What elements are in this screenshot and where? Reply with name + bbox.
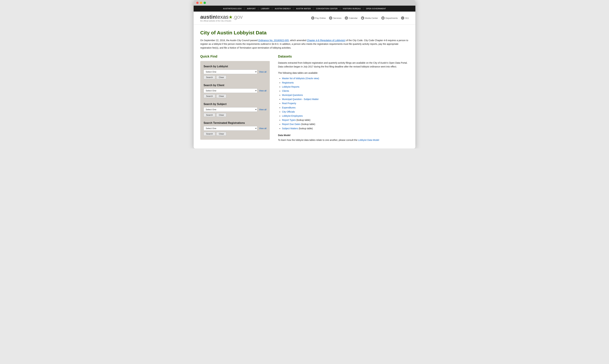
dataset-link-lobbyist-employees[interactable]: Lobbyist Employees	[282, 115, 303, 117]
maximize-button[interactable]	[204, 2, 206, 4]
terminated-clear-btn[interactable]: Clear	[216, 132, 226, 136]
logo-area: austintexas★.gov the official website of…	[200, 14, 243, 22]
header-departments-label: Departments	[386, 17, 398, 19]
subject-search-btn[interactable]: Search	[204, 113, 215, 117]
search-by-subject-section: Search by Subject Select One View all Se…	[204, 103, 266, 117]
dataset-link-subject-matters[interactable]: Subject Matters	[282, 127, 298, 130]
two-col-layout: Quick Find Search by Lobbyist Select One…	[200, 54, 409, 142]
window-chrome	[194, 0, 415, 6]
col-right: Datasets Datasets extracted from lobbyis…	[278, 54, 409, 142]
dataset-link-reports[interactable]: Lobbyist Reports	[282, 85, 299, 88]
minimize-button[interactable]	[200, 2, 202, 4]
browser-window: AUSTINTEXAS.GOV | AIRPORT | LIBRARY | AU…	[194, 0, 415, 148]
departments-icon: ⊞	[381, 16, 385, 20]
lobbyist-clear-btn[interactable]: Clear	[216, 75, 226, 79]
intro-text-1: On September 22, 2016, the Austin City C…	[200, 39, 258, 42]
dataset-link-municipal-subject-matter[interactable]: Municipal Question - Subject Matter	[282, 98, 319, 101]
dataset-link-expenditures[interactable]: Expenditures	[282, 106, 296, 109]
site-header: austintexas★.gov the official website of…	[194, 12, 415, 25]
calendar-icon: ◷	[345, 16, 348, 20]
terminated-view-all[interactable]: View all	[259, 127, 266, 130]
header-calendar[interactable]: ◷ Calendar	[345, 16, 358, 20]
dataset-link-clients[interactable]: Clients	[282, 90, 289, 92]
client-clear-btn[interactable]: Clear	[216, 94, 226, 98]
topnav-austin-water[interactable]: AUSTIN WATER	[294, 8, 313, 10]
topnav-airport[interactable]: AIRPORT	[245, 8, 258, 10]
dataset-link-municipal-questions[interactable]: Municipal Questions	[282, 94, 303, 96]
lobbyist-view-all[interactable]: View all	[259, 71, 266, 73]
intro-text: On September 22, 2016, the Austin City C…	[200, 39, 409, 50]
list-item: Report Types (lookup table)	[282, 118, 409, 122]
search-by-subject-title: Search by Subject	[204, 103, 266, 106]
chapter-link[interactable]: Chapter 4-8 (Regulation of Lobbyists)	[307, 39, 345, 42]
quickfind-title: Quick Find	[200, 54, 270, 58]
data-model-link[interactable]: Lobbyist Data Model	[358, 139, 379, 141]
logo-austin: austin	[200, 14, 216, 20]
datasets-list: Master list of lobbyists (Oracle view) R…	[278, 76, 409, 130]
datasets-title: Datasets	[278, 54, 409, 58]
header-media-center-label: Media Center	[365, 17, 378, 19]
topnav-visitors-bureau[interactable]: VISITORS BUREAU	[340, 8, 363, 10]
logo-gov: .gov	[233, 14, 243, 20]
dataset-suffix-report-due-dates: (lookup table)	[301, 123, 315, 126]
header-pay-online-label: Pay Online	[315, 17, 326, 19]
subject-select[interactable]: Select One	[204, 107, 257, 112]
terminated-select[interactable]: Select One	[204, 126, 257, 130]
lobbyist-select[interactable]: Select One	[204, 70, 257, 74]
terminated-btn-row: Search Clear	[204, 132, 266, 136]
data-model-text: To learn how the lobbyist data tables re…	[278, 138, 409, 142]
topnav-open-government[interactable]: OPEN GOVERNMENT	[364, 8, 388, 10]
header-media-center[interactable]: ▶ Media Center	[361, 16, 378, 20]
topnav-austin-energy[interactable]: AUSTIN ENERGY	[272, 8, 293, 10]
subject-view-all[interactable]: View all	[259, 108, 266, 111]
services-icon: ☰	[329, 16, 332, 20]
logo-tagline: the official website of the City of Aust…	[200, 20, 243, 22]
ordinance-link[interactable]: Ordinance No. 20160922-005	[258, 39, 289, 42]
client-select[interactable]: Select One	[204, 89, 257, 93]
list-item: Lobbyist Reports	[282, 85, 409, 89]
dataset-link-master[interactable]: Master list of lobbyists (Oracle view)	[282, 77, 319, 80]
lobbyist-search-btn[interactable]: Search	[204, 75, 215, 79]
main-content: City of Austin Lobbyist Data On Septembe…	[194, 25, 415, 148]
subject-btn-row: Search Clear	[204, 113, 266, 117]
list-item: Expenditures	[282, 106, 409, 110]
header-311[interactable]: i 311	[401, 16, 409, 20]
logo-texas: texas	[216, 14, 228, 20]
header-departments[interactable]: ⊞ Departments	[381, 16, 398, 20]
dataset-link-report-types[interactable]: Report Types	[282, 119, 296, 121]
lobbyist-select-row: Select One View all	[204, 70, 266, 74]
search-by-client-section: Search by Client Select One View all Sea…	[204, 84, 266, 98]
list-item: Registrants	[282, 81, 409, 85]
header-services-label: Services	[333, 17, 341, 19]
search-terminated-section: Search Terminated Registrations Select O…	[204, 121, 266, 136]
list-item: Municipal Question - Subject Matter	[282, 97, 409, 101]
client-search-btn[interactable]: Search	[204, 94, 215, 98]
list-item: Report Due Dates (lookup table)	[282, 122, 409, 126]
client-select-row: Select One View all	[204, 89, 266, 93]
client-btn-row: Search Clear	[204, 94, 266, 98]
dataset-link-city-officials[interactable]: City Officials	[282, 110, 295, 113]
list-item: City Officials	[282, 110, 409, 114]
topnav-convention-center[interactable]: CONVENTION CENTER	[314, 8, 340, 10]
topnav-austintexas[interactable]: AUSTINTEXAS.GOV	[221, 8, 244, 10]
terminated-search-btn[interactable]: Search	[204, 132, 215, 136]
header-services[interactable]: ☰ Services	[329, 16, 341, 20]
dataset-link-registrants[interactable]: Registrants	[282, 81, 294, 84]
search-by-client-title: Search by Client	[204, 84, 266, 87]
header-nav: $ Pay Online ☰ Services ◷ Calendar ▶ Med…	[311, 16, 409, 20]
list-item: Master list of lobbyists (Oracle view)	[282, 76, 409, 80]
dataset-link-real-property[interactable]: Real Property	[282, 102, 296, 105]
pay-online-icon: $	[311, 16, 314, 20]
dataset-link-report-due-dates[interactable]: Report Due Dates	[282, 123, 301, 126]
top-nav: AUSTINTEXAS.GOV | AIRPORT | LIBRARY | AU…	[194, 6, 415, 12]
list-item: Municipal Questions	[282, 93, 409, 97]
topnav-library[interactable]: LIBRARY	[259, 8, 272, 10]
page-title: City of Austin Lobbyist Data	[200, 30, 409, 36]
dataset-suffix-subject-matters: (lookup table)	[298, 127, 313, 130]
client-view-all[interactable]: View all	[259, 90, 266, 92]
header-pay-online[interactable]: $ Pay Online	[311, 16, 326, 20]
data-model-title: Data Model	[278, 134, 409, 137]
close-button[interactable]	[196, 2, 199, 4]
datasets-desc: Datasets extracted from lobbyist registr…	[278, 61, 409, 68]
subject-clear-btn[interactable]: Clear	[216, 113, 226, 117]
